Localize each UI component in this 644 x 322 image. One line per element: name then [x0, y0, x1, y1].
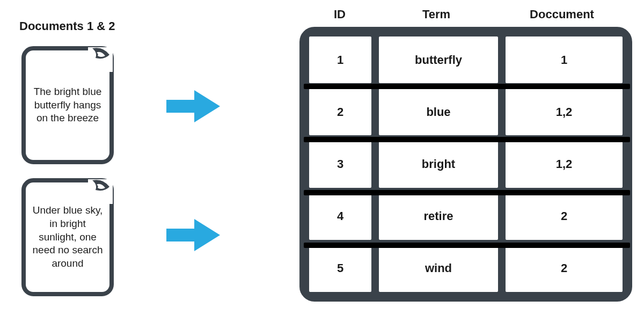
- documents-title: Documents 1 & 2: [19, 19, 115, 33]
- cell-term: blue: [379, 89, 498, 135]
- row-divider: [304, 190, 630, 195]
- arrow-icon: [161, 85, 225, 128]
- dogear-icon: [88, 179, 113, 204]
- dogear-icon: [88, 47, 113, 72]
- cell-doc: 2: [506, 245, 623, 292]
- column-id: 1 2 3 4 5: [309, 36, 371, 292]
- column-term: butterfly blue bright retire wind: [379, 36, 498, 292]
- cell-id: 5: [309, 245, 371, 292]
- cell-doc: 1,2: [506, 89, 623, 135]
- cell-doc: 1,2: [506, 141, 623, 187]
- column-doc: 1 1,2 1,2 2 2: [506, 36, 623, 292]
- cell-id: 1: [309, 36, 371, 83]
- row-divider: [304, 84, 630, 89]
- col-header-doc: Doccument: [498, 8, 626, 21]
- cell-doc: 1: [506, 36, 623, 83]
- diagram-root: Documents 1 & 2 The bright blue butterfl…: [0, 0, 644, 322]
- document-1: The bright blue butterfly hangs on the b…: [21, 46, 114, 164]
- document-1-text: The bright blue butterfly hangs on the b…: [31, 85, 104, 125]
- cell-term: wind: [379, 245, 498, 292]
- document-2-text: Under blue sky, in bright sunlight, one …: [31, 204, 104, 270]
- cell-term: bright: [379, 141, 498, 187]
- table-header-row: ID Term Doccument: [305, 8, 627, 21]
- col-header-id: ID: [305, 8, 375, 21]
- row-divider: [304, 243, 630, 248]
- document-2: Under blue sky, in bright sunlight, one …: [21, 178, 114, 296]
- col-header-term: Term: [375, 8, 498, 21]
- cell-id: 2: [309, 89, 371, 135]
- row-divider: [304, 137, 630, 142]
- inverted-index-table: 1 2 3 4 5 butterfly blue bright retire w…: [299, 27, 632, 302]
- cell-doc: 2: [506, 193, 623, 240]
- cell-id: 3: [309, 141, 371, 187]
- arrow-icon: [161, 214, 225, 257]
- cell-id: 4: [309, 193, 371, 240]
- cell-term: retire: [379, 193, 498, 240]
- cell-term: butterfly: [379, 36, 498, 83]
